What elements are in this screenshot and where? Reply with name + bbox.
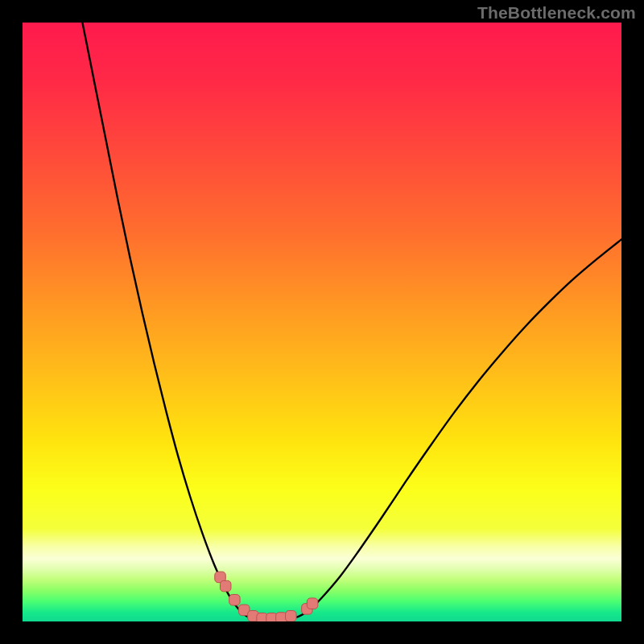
curve-layer (23, 23, 621, 621)
curve-marker (286, 611, 297, 621)
curve-marker (229, 594, 241, 605)
chart-stage: { "watermark": "TheBottleneck.com", "col… (0, 0, 644, 644)
plot-area (23, 23, 621, 621)
watermark-text: TheBottleneck.com (477, 3, 636, 23)
curve-marker (220, 580, 231, 592)
curve-marker (307, 598, 318, 609)
bottleneck-curve (82, 23, 621, 620)
